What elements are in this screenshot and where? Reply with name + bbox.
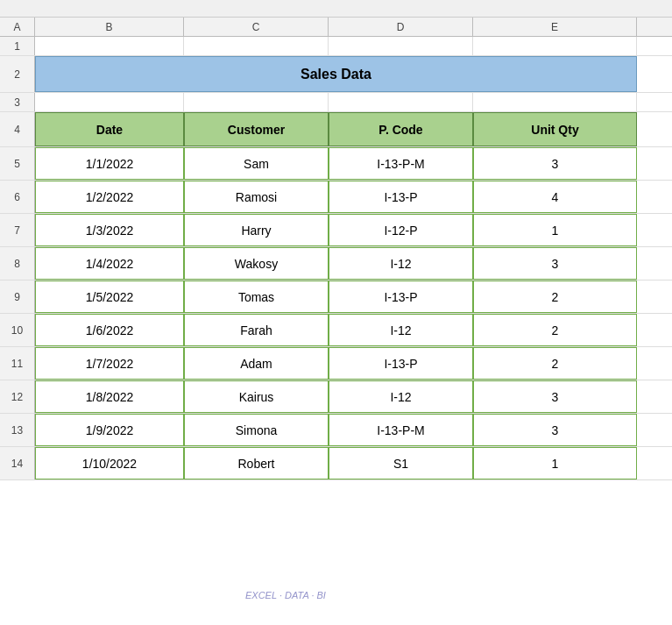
- cell-pcode-1[interactable]: I-13-P: [329, 181, 473, 213]
- row-4-headers: 4 Date Customer P. Code Unit Qty: [0, 112, 672, 147]
- cell-customer-7[interactable]: Kairus: [184, 380, 329, 413]
- row-num-13: 13: [0, 414, 35, 446]
- grid: 1 2 Sales Data 3 4 Date: [0, 37, 672, 480]
- table-row: 10 1/6/2022 Farah I-12 2: [0, 314, 672, 347]
- row-num-5: 5: [0, 147, 35, 180]
- table-row: 11 1/7/2022 Adam I-13-P 2: [0, 347, 672, 380]
- cell-date-1[interactable]: 1/2/2022: [35, 181, 184, 213]
- cell-date-3[interactable]: 1/4/2022: [35, 247, 184, 280]
- cell-pcode-5[interactable]: I-12: [329, 314, 473, 346]
- col-header-b: B: [35, 18, 184, 36]
- table-row: 8 1/4/2022 Wakosy I-12 3: [0, 247, 672, 281]
- row-1: 1: [0, 37, 672, 56]
- cell-qty-5[interactable]: 2: [473, 314, 637, 346]
- cell-c3[interactable]: [184, 93, 329, 111]
- cell-date-4[interactable]: 1/5/2022: [35, 281, 184, 313]
- row-num-1: 1: [0, 37, 35, 55]
- cell-qty-6[interactable]: 2: [473, 347, 637, 380]
- cell-pcode-4[interactable]: I-13-P: [329, 281, 473, 313]
- table-row: 6 1/2/2022 Ramosi I-13-P 4: [0, 181, 672, 214]
- cell-b3[interactable]: [35, 93, 184, 111]
- cell-pcode-9[interactable]: S1: [329, 447, 473, 479]
- table-row: 12 1/8/2022 Kairus I-12 3: [0, 380, 672, 414]
- header-unitqty: Unit Qty: [473, 112, 637, 146]
- title-cell: Sales Data: [35, 56, 637, 92]
- row-num-6: 6: [0, 181, 35, 213]
- row-num-2: 2: [0, 56, 35, 92]
- cell-qty-9[interactable]: 1: [473, 447, 637, 479]
- column-headers: A B C D E: [0, 18, 672, 37]
- cell-qty-1[interactable]: 4: [473, 181, 637, 213]
- spreadsheet-title: Sales Data: [301, 67, 371, 82]
- cell-qty-8[interactable]: 3: [473, 414, 637, 446]
- cell-qty-2[interactable]: 1: [473, 214, 637, 246]
- table-row: 14 1/10/2022 Robert S1 1: [0, 447, 672, 480]
- row-num-12: 12: [0, 380, 35, 413]
- table-row: 9 1/5/2022 Tomas I-13-P 2: [0, 281, 672, 314]
- cell-qty-0[interactable]: 3: [473, 147, 637, 180]
- cell-customer-0[interactable]: Sam: [184, 147, 329, 180]
- data-rows: 5 1/1/2022 Sam I-13-P-M 3 6 1/2/2022 Ram…: [0, 147, 672, 480]
- cell-customer-9[interactable]: Robert: [184, 447, 329, 479]
- cell-date-9[interactable]: 1/10/2022: [35, 447, 184, 479]
- spreadsheet: A B C D E 1 2 Sales Data 3: [0, 0, 672, 625]
- cell-customer-6[interactable]: Adam: [184, 347, 329, 380]
- cell-qty-7[interactable]: 3: [473, 380, 637, 413]
- cell-date-6[interactable]: 1/7/2022: [35, 347, 184, 380]
- row-num-11: 11: [0, 347, 35, 380]
- watermark: EXCEL · DATA · BI: [245, 590, 326, 600]
- col-header-a: A: [0, 18, 35, 36]
- cell-pcode-2[interactable]: I-12-P: [329, 214, 473, 246]
- cell-d1[interactable]: [329, 37, 473, 55]
- cell-customer-5[interactable]: Farah: [184, 314, 329, 346]
- table-row: 7 1/3/2022 Harry I-12-P 1: [0, 214, 672, 247]
- cell-date-0[interactable]: 1/1/2022: [35, 147, 184, 180]
- cell-date-8[interactable]: 1/9/2022: [35, 414, 184, 446]
- cell-e1[interactable]: [473, 37, 637, 55]
- col-header-e: E: [473, 18, 637, 36]
- row-3: 3: [0, 93, 672, 112]
- row-num-3: 3: [0, 93, 35, 111]
- header-customer: Customer: [184, 112, 329, 146]
- cell-pcode-8[interactable]: I-13-P-M: [329, 414, 473, 446]
- cell-c1[interactable]: [184, 37, 329, 55]
- cell-pcode-3[interactable]: I-12: [329, 247, 473, 280]
- cell-date-7[interactable]: 1/8/2022: [35, 380, 184, 413]
- cell-qty-3[interactable]: 3: [473, 247, 637, 280]
- cell-d3[interactable]: [329, 93, 473, 111]
- cell-customer-8[interactable]: Simona: [184, 414, 329, 446]
- col-header-d: D: [329, 18, 473, 36]
- col-header-c: C: [184, 18, 329, 36]
- row-num-10: 10: [0, 314, 35, 346]
- cell-e3[interactable]: [473, 93, 637, 111]
- row-num-7: 7: [0, 214, 35, 246]
- cell-qty-4[interactable]: 2: [473, 281, 637, 313]
- header-pcode: P. Code: [329, 112, 473, 146]
- cell-b1[interactable]: [35, 37, 184, 55]
- row-num-14: 14: [0, 447, 35, 479]
- cell-date-5[interactable]: 1/6/2022: [35, 314, 184, 346]
- cell-pcode-0[interactable]: I-13-P-M: [329, 147, 473, 180]
- table-row: 5 1/1/2022 Sam I-13-P-M 3: [0, 147, 672, 181]
- table-row: 13 1/9/2022 Simona I-13-P-M 3: [0, 414, 672, 447]
- cell-customer-2[interactable]: Harry: [184, 214, 329, 246]
- cell-customer-3[interactable]: Wakosy: [184, 247, 329, 280]
- header-date: Date: [35, 112, 184, 146]
- cell-customer-4[interactable]: Tomas: [184, 281, 329, 313]
- row-num-4: 4: [0, 112, 35, 146]
- cell-pcode-6[interactable]: I-13-P: [329, 347, 473, 380]
- row-num-9: 9: [0, 281, 35, 313]
- row-2: 2 Sales Data: [0, 56, 672, 93]
- cell-date-2[interactable]: 1/3/2022: [35, 214, 184, 246]
- cell-customer-1[interactable]: Ramosi: [184, 181, 329, 213]
- row-num-8: 8: [0, 247, 35, 280]
- top-bar: [0, 0, 672, 18]
- cell-pcode-7[interactable]: I-12: [329, 380, 473, 413]
